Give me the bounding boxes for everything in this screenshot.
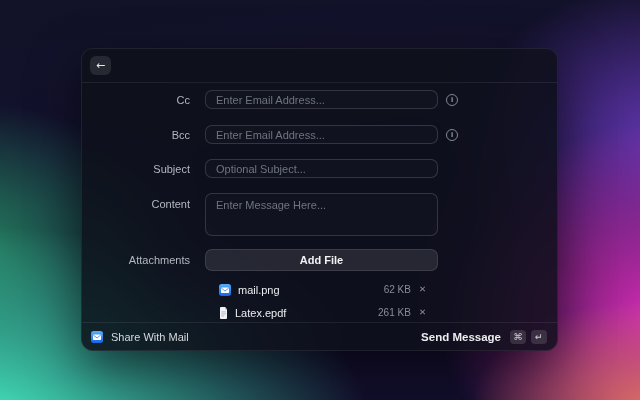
mail-app-icon <box>219 284 231 296</box>
content-row: Content <box>82 193 557 236</box>
attachment-item: mail.png 62 KB ✕ <box>205 280 438 299</box>
window-footer: Share With Mail Send Message ⌘ ↵ <box>82 322 557 350</box>
send-message-label: Send Message <box>421 331 501 343</box>
document-icon <box>219 307 228 319</box>
subject-input[interactable] <box>205 159 438 178</box>
cc-input[interactable] <box>205 90 438 109</box>
command-key-icon: ⌘ <box>510 330 526 344</box>
return-key-icon: ↵ <box>531 330 547 344</box>
share-with-mail-window: ← Cc i Bcc i Subject Content <box>81 48 558 351</box>
remove-attachment-icon[interactable]: ✕ <box>419 308 426 317</box>
bcc-row: Bcc i <box>82 125 557 144</box>
info-icon: i <box>446 129 458 141</box>
share-form: Cc i Bcc i Subject Content Attachments A… <box>82 83 557 322</box>
attachment-item: Latex.epdf 261 KB ✕ <box>205 303 438 322</box>
subject-row: Subject <box>82 159 557 178</box>
cc-row: Cc i <box>82 90 557 109</box>
attachments-label: Attachments <box>82 254 190 266</box>
mail-app-icon <box>91 331 103 343</box>
attachment-name: Latex.epdf <box>235 307 286 319</box>
attachment-size: 261 KB <box>378 307 411 318</box>
add-file-button[interactable]: Add File <box>205 249 438 271</box>
attachment-name: mail.png <box>238 284 280 296</box>
desktop-gradient-background: ← Cc i Bcc i Subject Content <box>0 0 640 400</box>
info-icon: i <box>446 94 458 106</box>
content-label: Content <box>82 193 190 210</box>
cc-label: Cc <box>82 94 190 106</box>
back-button[interactable]: ← <box>90 56 111 75</box>
attachments-row: Attachments Add File <box>82 249 557 271</box>
app-name-label: Share With Mail <box>111 331 189 343</box>
send-message-button[interactable]: Send Message ⌘ ↵ <box>421 328 547 346</box>
back-arrow-icon: ← <box>96 60 105 71</box>
window-header: ← <box>82 49 557 83</box>
footer-app-info: Share With Mail <box>91 331 189 343</box>
content-textarea[interactable] <box>205 193 438 236</box>
bcc-input[interactable] <box>205 125 438 144</box>
remove-attachment-icon[interactable]: ✕ <box>419 285 426 294</box>
attachment-size: 62 KB <box>384 284 411 295</box>
attachment-list: mail.png 62 KB ✕ Latex.epdf <box>205 280 438 322</box>
bcc-label: Bcc <box>82 129 190 141</box>
subject-label: Subject <box>82 163 190 175</box>
